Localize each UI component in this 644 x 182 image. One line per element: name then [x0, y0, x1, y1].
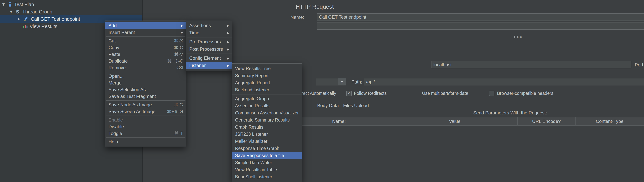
- follow-redirects-label: Follow Redirects: [354, 90, 387, 97]
- menu-item-view-results-tree[interactable]: View Results Tree: [232, 65, 302, 72]
- context-menu: Add ▶ Insert Parent ▶ Cut ⌘-X Copy ⌘-C P…: [105, 20, 186, 147]
- thread-group-icon: ⚙: [16, 9, 21, 14]
- menu-item-duplicate[interactable]: Duplicate ⌘+⇧-C: [106, 58, 186, 64]
- menu-separator: [106, 100, 186, 101]
- menu-item-pre-processors[interactable]: Pre Processors ▶: [186, 38, 232, 45]
- menu-item-disable[interactable]: Disable: [106, 123, 186, 130]
- menu-item-timer[interactable]: Timer ▶: [186, 29, 232, 36]
- tree-item-label: View Results: [30, 23, 57, 30]
- menu-item-remove[interactable]: Remove ⌫: [106, 64, 186, 71]
- menu-item-copy[interactable]: Copy ⌘-C: [106, 44, 186, 51]
- menu-item-save-node-as-image[interactable]: Save Node As Image ⌘-G: [106, 101, 186, 108]
- shortcut-hint: ⌘-T: [174, 131, 183, 136]
- shortcut-hint: ⌘-X: [174, 38, 183, 44]
- menu-item-help[interactable]: Help: [106, 138, 186, 145]
- view-results-icon: [23, 24, 28, 29]
- page-title: HTTP Request: [296, 3, 334, 10]
- shortcut-hint: ⌘-G: [173, 102, 183, 108]
- menu-item-post-processors[interactable]: Post Processors ▶: [186, 45, 232, 53]
- name-input[interactable]: [317, 13, 644, 21]
- menu-item-aggregate-graph[interactable]: Aggregate Graph: [232, 95, 302, 102]
- splitter-grip-icon[interactable]: •••: [514, 34, 523, 40]
- tree-item-label: Call GET Test endpoint: [31, 15, 80, 23]
- test-plan-icon: [7, 2, 13, 7]
- menu-item-insert-parent[interactable]: Insert Parent ▶: [106, 29, 186, 36]
- shortcut-hint: ⌫: [176, 65, 183, 70]
- menu-item-save-as-test-fragment[interactable]: Save as Test Fragment: [106, 93, 186, 100]
- submenu-arrow-icon: ▶: [227, 47, 229, 51]
- shortcut-hint: ⌘+⇧-C: [167, 58, 183, 64]
- menu-item-generate-summary-results[interactable]: Generate Summary Results: [232, 117, 302, 124]
- menu-item-save-screen-as-image[interactable]: Save Screen As Image ⌘+⇧-G: [106, 108, 186, 115]
- use-multipart-label: Use multipart/form-data: [422, 90, 468, 97]
- expander-open-icon[interactable]: ▼: [2, 1, 4, 8]
- menu-separator: [186, 37, 232, 37]
- submenu-arrow-icon: ▶: [227, 56, 229, 60]
- menu-item-merge[interactable]: Merge: [106, 79, 186, 86]
- expander-open-icon[interactable]: ▼: [10, 8, 12, 15]
- menu-item-listener[interactable]: Listener ▶: [186, 62, 232, 69]
- menu-item-enable: Enable: [106, 117, 186, 123]
- port-number-label: Port Number:: [635, 61, 644, 69]
- menu-separator: [106, 36, 186, 37]
- column-header-value: Value: [392, 117, 518, 125]
- shortcut-hint: ⌘+⇧-G: [167, 109, 183, 114]
- expander-collapsed-icon[interactable]: ▶: [18, 15, 20, 23]
- tab-files-upload[interactable]: Files Upload: [343, 102, 369, 109]
- menu-item-response-time-graph[interactable]: Response Time Graph: [232, 145, 302, 152]
- server-name-input[interactable]: [431, 61, 631, 68]
- shortcut-hint: ⌘-C: [174, 45, 183, 50]
- path-label: Path:: [352, 78, 362, 86]
- menu-item-backend-listener[interactable]: Backend Listener: [232, 86, 302, 93]
- menu-item-save-selection-as[interactable]: Save Selection As...: [106, 86, 186, 93]
- tree-item-label: Test Plan: [14, 1, 34, 8]
- dropdown-arrow-icon: ▼: [338, 78, 346, 85]
- http-method-select[interactable]: ▼: [316, 78, 346, 85]
- menu-item-comparison-assertion-visualizer[interactable]: Comparison Assertion Visualizer: [232, 109, 302, 117]
- submenu-arrow-icon: ▶: [227, 31, 229, 35]
- name-label: Name:: [290, 13, 304, 21]
- submenu-arrow-icon: ▶: [227, 64, 229, 67]
- submenu-arrow-icon: ▶: [227, 24, 229, 27]
- menu-separator: [106, 116, 186, 116]
- column-header-content-type: Content-Type: [576, 117, 644, 125]
- menu-item-paste[interactable]: Paste ⌘-V: [106, 51, 186, 58]
- listener-submenu: View Results Tree Summary Report Aggrega…: [232, 63, 302, 182]
- menu-item-graph-results[interactable]: Graph Results: [232, 124, 302, 131]
- comments-input[interactable]: [317, 22, 644, 29]
- menu-item-cut[interactable]: Cut ⌘-X: [106, 37, 186, 44]
- browser-compatible-headers-label: Browser-compatible headers: [497, 90, 554, 97]
- submenu-arrow-icon: ▶: [227, 40, 229, 44]
- menu-item-jsr223-listener[interactable]: JSR223 Listener: [232, 131, 302, 138]
- menu-item-save-responses-to-a-file[interactable]: Save Responses to a file: [232, 152, 302, 159]
- menu-item-mailer-visualizer[interactable]: Mailer Visualizer: [232, 138, 302, 145]
- menu-item-simple-data-writer[interactable]: Simple Data Writer: [232, 159, 302, 166]
- browser-compatible-headers-checkbox[interactable]: [489, 91, 494, 96]
- follow-redirects-checkbox[interactable]: ✓: [346, 91, 352, 96]
- http-request-sampler-icon: [24, 16, 29, 22]
- submenu-arrow-icon: ▶: [181, 24, 183, 27]
- tab-body-data[interactable]: Body Data: [317, 102, 339, 109]
- menu-item-aggregate-report[interactable]: Aggregate Report: [232, 79, 302, 86]
- menu-item-beanshell-listener[interactable]: BeanShell Listener: [232, 173, 302, 181]
- menu-item-assertion-results[interactable]: Assertion Results: [232, 102, 302, 109]
- path-input[interactable]: [364, 78, 644, 85]
- submenu-arrow-icon: ▶: [181, 30, 183, 34]
- column-header-url-encode: URL Encode?: [518, 117, 576, 125]
- menu-item-add[interactable]: Add ▶: [106, 22, 186, 29]
- tree-item-thread-group[interactable]: ▼ ⚙ Thread Group: [0, 8, 142, 15]
- menu-item-view-results-in-table[interactable]: View Results in Table: [232, 166, 302, 173]
- menu-item-config-element[interactable]: Config Element ▶: [186, 54, 232, 62]
- jmeter-window: { "icons": { "submenu_arrow": "▶", "expa…: [0, 0, 644, 182]
- menu-item-open[interactable]: Open...: [106, 73, 186, 79]
- tree-item-test-plan[interactable]: ▼ Test Plan: [0, 1, 142, 8]
- send-parameters-caption: Send Parameters With the Request:: [286, 110, 644, 116]
- checkmark-icon: ✓: [347, 91, 351, 95]
- tree-item-label: Thread Group: [22, 8, 52, 15]
- shortcut-hint: ⌘-V: [174, 52, 183, 57]
- menu-item-summary-report[interactable]: Summary Report: [232, 72, 302, 79]
- menu-item-assertions[interactable]: Assertions ▶: [186, 22, 232, 29]
- menu-item-toggle[interactable]: Toggle ⌘-T: [106, 130, 186, 137]
- parameters-table-header: Name: Value URL Encode? Content-Type Inc…: [286, 117, 644, 126]
- add-submenu: Assertions ▶ Timer ▶ Pre Processors ▶ Po…: [186, 20, 232, 71]
